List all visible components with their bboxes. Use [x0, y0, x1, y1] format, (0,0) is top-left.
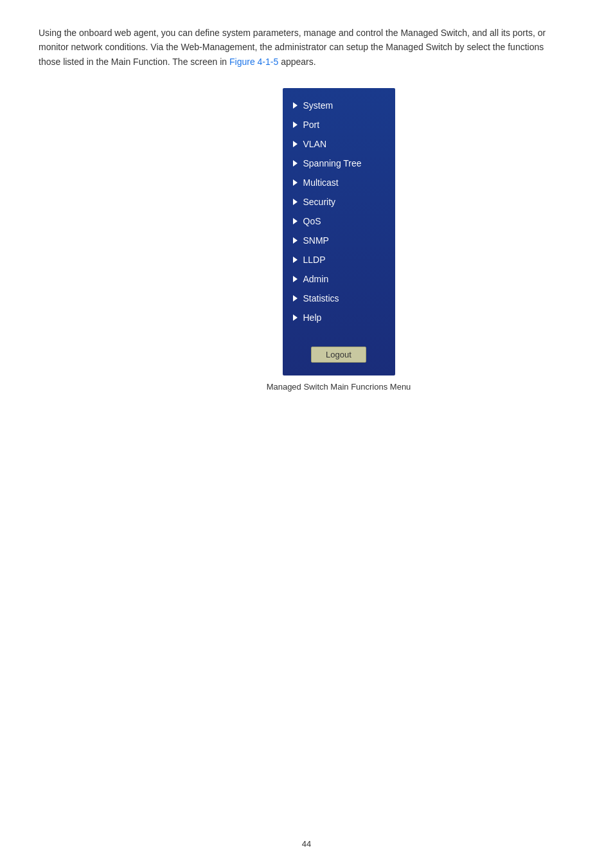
chevron-right-icon — [293, 160, 299, 167]
menu-item-vlan[interactable]: VLAN — [283, 134, 395, 154]
intro-text-line3-prefix: those listed in the Main Function. The s… — [39, 57, 229, 67]
menu-item-label: LLDP — [303, 255, 326, 265]
menu-item-label: Security — [303, 197, 336, 207]
chevron-right-icon — [293, 199, 299, 205]
menu-item-label: SNMP — [303, 235, 329, 246]
intro-text-line3-suffix: appears. — [278, 57, 315, 67]
page-number: 44 — [302, 839, 311, 849]
menu-item-label: Admin — [303, 274, 329, 284]
menu-item-lldp[interactable]: LLDP — [283, 250, 395, 269]
logout-area: Logout — [283, 340, 395, 363]
chevron-right-icon — [293, 218, 299, 224]
menu-item-label: Spanning Tree — [303, 158, 362, 168]
intro-text-line1: Using the onboard web agent, you can def… — [39, 28, 546, 38]
chevron-right-icon — [293, 276, 299, 282]
chevron-right-icon — [293, 122, 299, 128]
menu-item-admin[interactable]: Admin — [283, 269, 395, 289]
menu-panel: SystemPortVLANSpanning TreeMulticastSecu… — [283, 88, 395, 375]
intro-paragraph: Using the onboard web agent, you can def… — [39, 26, 574, 69]
chevron-right-icon — [293, 314, 299, 321]
menu-item-system[interactable]: System — [283, 96, 395, 115]
menu-item-help[interactable]: Help — [283, 308, 395, 327]
menu-item-port[interactable]: Port — [283, 115, 395, 134]
intro-text-line2: monitor network conditions. Via the Web-… — [39, 42, 544, 52]
menu-item-label: Port — [303, 120, 320, 130]
menu-item-label: Help — [303, 312, 322, 323]
chevron-right-icon — [293, 179, 299, 186]
menu-item-qos[interactable]: QoS — [283, 212, 395, 231]
figure-caption: Managed Switch Main Funcrions Menu — [267, 382, 411, 392]
chevron-right-icon — [293, 141, 299, 147]
chevron-right-icon — [293, 295, 299, 302]
menu-item-security[interactable]: Security — [283, 192, 395, 212]
menu-item-label: Statistics — [303, 293, 339, 303]
chevron-right-icon — [293, 237, 299, 244]
menu-item-label: Multicast — [303, 177, 339, 188]
menu-item-label: VLAN — [303, 139, 327, 149]
chevron-right-icon — [293, 102, 299, 109]
menu-item-snmp[interactable]: SNMP — [283, 231, 395, 250]
menu-item-statistics[interactable]: Statistics — [283, 289, 395, 308]
menu-item-label: System — [303, 100, 333, 111]
chevron-right-icon — [293, 257, 299, 263]
menu-item-label: QoS — [303, 216, 321, 226]
logout-button[interactable]: Logout — [311, 347, 366, 363]
menu-item-spanning-tree[interactable]: Spanning Tree — [283, 154, 395, 173]
menu-item-multicast[interactable]: Multicast — [283, 173, 395, 192]
figure-container: SystemPortVLANSpanning TreeMulticastSecu… — [103, 88, 574, 392]
figure-link[interactable]: Figure 4-1-5 — [229, 57, 278, 67]
